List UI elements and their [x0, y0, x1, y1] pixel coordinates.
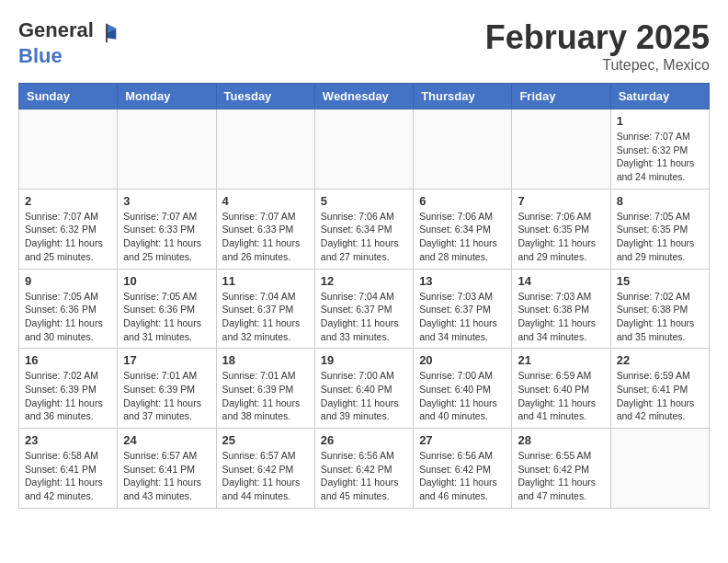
day-info: Sunrise: 6:56 AM Sunset: 6:42 PM Dayligh… [321, 449, 407, 503]
day-number: 25 [222, 433, 309, 447]
day-number: 13 [419, 274, 506, 288]
day-info: Sunrise: 7:00 AM Sunset: 6:40 PM Dayligh… [419, 369, 506, 423]
day-info: Sunrise: 7:06 AM Sunset: 6:34 PM Dayligh… [321, 210, 407, 264]
day-number: 4 [222, 194, 309, 208]
day-number: 18 [222, 353, 309, 367]
weekday-header-row: SundayMondayTuesdayWednesdayThursdayFrid… [19, 84, 710, 109]
calendar-cell: 10Sunrise: 7:05 AM Sunset: 6:36 PM Dayli… [118, 269, 216, 349]
day-number: 23 [25, 433, 111, 447]
title-block: February 2025 Tutepec, Mexico [485, 18, 710, 74]
day-info: Sunrise: 6:59 AM Sunset: 6:40 PM Dayligh… [518, 369, 604, 423]
calendar-cell: 4Sunrise: 7:07 AM Sunset: 6:33 PM Daylig… [216, 189, 314, 269]
day-info: Sunrise: 6:57 AM Sunset: 6:42 PM Dayligh… [222, 449, 309, 503]
page-header: General Blue February 2025 Tutepec, Mexi… [18, 18, 710, 74]
day-info: Sunrise: 7:01 AM Sunset: 6:39 PM Dayligh… [123, 369, 210, 423]
logo-flag-icon [96, 22, 118, 44]
weekday-header-tuesday: Tuesday [216, 84, 314, 109]
day-number: 15 [617, 274, 703, 288]
day-number: 16 [25, 353, 111, 367]
month-year-title: February 2025 [485, 18, 710, 57]
calendar-cell [314, 109, 413, 190]
day-info: Sunrise: 7:02 AM Sunset: 6:39 PM Dayligh… [25, 369, 111, 423]
day-number: 21 [518, 353, 604, 367]
calendar-cell: 24Sunrise: 6:57 AM Sunset: 6:41 PM Dayli… [118, 429, 216, 509]
day-info: Sunrise: 7:07 AM Sunset: 6:32 PM Dayligh… [25, 210, 111, 264]
day-info: Sunrise: 6:57 AM Sunset: 6:41 PM Dayligh… [123, 449, 210, 503]
calendar-week-row: 9Sunrise: 7:05 AM Sunset: 6:36 PM Daylig… [19, 269, 710, 349]
calendar-cell: 1Sunrise: 7:07 AM Sunset: 6:32 PM Daylig… [610, 109, 709, 190]
calendar-cell: 22Sunrise: 6:59 AM Sunset: 6:41 PM Dayli… [610, 349, 709, 429]
day-number: 28 [518, 433, 604, 447]
calendar-cell: 18Sunrise: 7:01 AM Sunset: 6:39 PM Dayli… [216, 349, 314, 429]
day-info: Sunrise: 7:05 AM Sunset: 6:36 PM Dayligh… [123, 290, 210, 344]
day-number: 6 [419, 194, 506, 208]
day-info: Sunrise: 7:07 AM Sunset: 6:32 PM Dayligh… [617, 130, 703, 184]
day-info: Sunrise: 7:07 AM Sunset: 6:33 PM Dayligh… [222, 210, 309, 264]
day-info: Sunrise: 7:01 AM Sunset: 6:39 PM Dayligh… [222, 369, 309, 423]
day-number: 1 [617, 114, 703, 128]
calendar-week-row: 16Sunrise: 7:02 AM Sunset: 6:39 PM Dayli… [19, 349, 710, 429]
calendar-cell: 21Sunrise: 6:59 AM Sunset: 6:40 PM Dayli… [512, 349, 610, 429]
day-info: Sunrise: 7:04 AM Sunset: 6:37 PM Dayligh… [321, 290, 407, 344]
weekday-header-monday: Monday [118, 84, 216, 109]
day-info: Sunrise: 6:55 AM Sunset: 6:42 PM Dayligh… [518, 449, 604, 503]
logo-wordmark: General Blue [18, 18, 119, 68]
weekday-header-wednesday: Wednesday [314, 84, 413, 109]
calendar-cell [512, 109, 610, 190]
calendar-cell [216, 109, 314, 190]
day-number: 27 [419, 433, 506, 447]
day-info: Sunrise: 6:58 AM Sunset: 6:41 PM Dayligh… [25, 449, 111, 503]
day-info: Sunrise: 7:03 AM Sunset: 6:38 PM Dayligh… [518, 290, 604, 344]
calendar-cell: 26Sunrise: 6:56 AM Sunset: 6:42 PM Dayli… [314, 429, 413, 509]
weekday-header-friday: Friday [512, 84, 610, 109]
calendar-cell: 27Sunrise: 6:56 AM Sunset: 6:42 PM Dayli… [414, 429, 512, 509]
calendar-cell: 19Sunrise: 7:00 AM Sunset: 6:40 PM Dayli… [314, 349, 413, 429]
day-info: Sunrise: 7:06 AM Sunset: 6:34 PM Dayligh… [419, 210, 506, 264]
weekday-header-saturday: Saturday [610, 84, 709, 109]
calendar-week-row: 23Sunrise: 6:58 AM Sunset: 6:41 PM Dayli… [19, 429, 710, 509]
calendar-cell: 28Sunrise: 6:55 AM Sunset: 6:42 PM Dayli… [512, 429, 610, 509]
day-info: Sunrise: 7:05 AM Sunset: 6:35 PM Dayligh… [617, 210, 703, 264]
calendar-cell: 6Sunrise: 7:06 AM Sunset: 6:34 PM Daylig… [414, 189, 512, 269]
day-info: Sunrise: 7:07 AM Sunset: 6:33 PM Dayligh… [123, 210, 210, 264]
day-info: Sunrise: 6:56 AM Sunset: 6:42 PM Dayligh… [419, 449, 506, 503]
day-number: 9 [25, 274, 111, 288]
calendar-cell: 5Sunrise: 7:06 AM Sunset: 6:34 PM Daylig… [314, 189, 413, 269]
calendar-cell: 25Sunrise: 6:57 AM Sunset: 6:42 PM Dayli… [216, 429, 314, 509]
calendar-cell [19, 109, 118, 190]
day-number: 12 [321, 274, 407, 288]
day-number: 5 [321, 194, 407, 208]
day-info: Sunrise: 7:02 AM Sunset: 6:38 PM Dayligh… [617, 290, 703, 344]
calendar-week-row: 1Sunrise: 7:07 AM Sunset: 6:32 PM Daylig… [19, 109, 710, 190]
day-number: 7 [518, 194, 604, 208]
day-number: 26 [321, 433, 407, 447]
day-number: 3 [123, 194, 210, 208]
calendar-cell: 16Sunrise: 7:02 AM Sunset: 6:39 PM Dayli… [19, 349, 118, 429]
location-subtitle: Tutepec, Mexico [485, 57, 710, 74]
weekday-header-thursday: Thursday [414, 84, 512, 109]
calendar-cell [118, 109, 216, 190]
calendar-cell: 9Sunrise: 7:05 AM Sunset: 6:36 PM Daylig… [19, 269, 118, 349]
calendar-cell [610, 429, 709, 509]
calendar-cell: 23Sunrise: 6:58 AM Sunset: 6:41 PM Dayli… [19, 429, 118, 509]
day-info: Sunrise: 7:00 AM Sunset: 6:40 PM Dayligh… [321, 369, 407, 423]
logo-blue: Blue [18, 44, 63, 67]
calendar-week-row: 2Sunrise: 7:07 AM Sunset: 6:32 PM Daylig… [19, 189, 710, 269]
day-number: 14 [518, 274, 604, 288]
weekday-header-sunday: Sunday [19, 84, 118, 109]
calendar-cell: 7Sunrise: 7:06 AM Sunset: 6:35 PM Daylig… [512, 189, 610, 269]
day-info: Sunrise: 7:04 AM Sunset: 6:37 PM Dayligh… [222, 290, 309, 344]
calendar-cell: 15Sunrise: 7:02 AM Sunset: 6:38 PM Dayli… [610, 269, 709, 349]
calendar-cell: 14Sunrise: 7:03 AM Sunset: 6:38 PM Dayli… [512, 269, 610, 349]
day-number: 19 [321, 353, 407, 367]
day-number: 10 [123, 274, 210, 288]
day-info: Sunrise: 7:06 AM Sunset: 6:35 PM Dayligh… [518, 210, 604, 264]
calendar-cell: 12Sunrise: 7:04 AM Sunset: 6:37 PM Dayli… [314, 269, 413, 349]
day-number: 22 [617, 353, 703, 367]
calendar-cell [414, 109, 512, 190]
calendar-cell: 8Sunrise: 7:05 AM Sunset: 6:35 PM Daylig… [610, 189, 709, 269]
calendar-cell: 13Sunrise: 7:03 AM Sunset: 6:37 PM Dayli… [414, 269, 512, 349]
day-info: Sunrise: 7:05 AM Sunset: 6:36 PM Dayligh… [25, 290, 111, 344]
calendar-cell: 3Sunrise: 7:07 AM Sunset: 6:33 PM Daylig… [118, 189, 216, 269]
logo: General Blue [18, 18, 119, 68]
